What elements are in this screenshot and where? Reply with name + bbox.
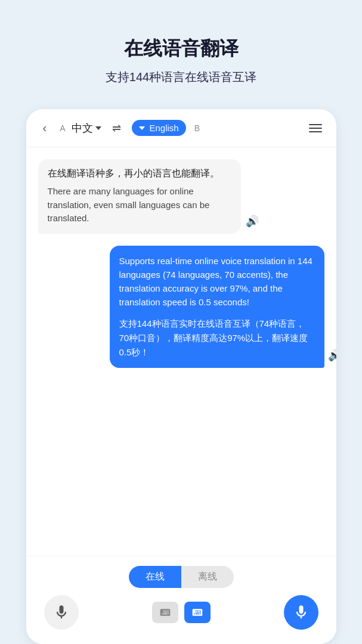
back-button[interactable]: ‹ <box>38 119 52 137</box>
mic-button-left[interactable] <box>44 595 79 630</box>
mic-icon-right <box>293 604 310 621</box>
lang-select-chinese[interactable]: 中文 <box>72 121 101 135</box>
sub-title: 支持144种语言在线语音互译 <box>18 69 344 85</box>
lang-a-label: A <box>60 123 65 133</box>
keyboard-inactive-icon <box>158 606 172 618</box>
speaker-icon-right[interactable]: 🔊 <box>328 349 336 362</box>
bubble-left-chinese: 在线翻译语种多，再小的语言也能翻译。 <box>48 168 231 180</box>
mic-button-right[interactable] <box>284 595 318 630</box>
header-section: 在线语音翻译 支持144种语言在线语音互译 <box>0 0 362 103</box>
chat-area: 在线翻译语种多，再小的语言也能翻译。 There are many langua… <box>26 147 336 556</box>
mic-icon-left <box>53 604 70 621</box>
bottom-bar: 在线 离线 <box>26 556 336 644</box>
swap-button[interactable]: ⇌ <box>107 119 126 137</box>
bubble-right-english: Supports real-time online voice translat… <box>119 254 315 309</box>
main-title: 在线语音翻译 <box>18 36 344 62</box>
mode-offline-button[interactable]: 离线 <box>181 566 234 588</box>
phone-card: ‹ A 中文 ⇌ English B 在线翻译语种多，再小的语言也能翻译。 Th… <box>26 109 336 644</box>
menu-line-2 <box>309 128 322 129</box>
english-dropdown-arrow <box>139 126 145 130</box>
bubble-left: 在线翻译语种多，再小的语言也能翻译。 There are many langua… <box>38 159 241 234</box>
keyboard-inactive-button[interactable] <box>152 602 178 623</box>
keyboard-active-icon <box>190 606 205 618</box>
bubble-right: Supports real-time online voice translat… <box>110 246 324 368</box>
keyboard-active-button[interactable] <box>184 602 211 623</box>
english-lang-text: English <box>150 123 179 133</box>
bubble-left-english: There are many languages for online tran… <box>48 185 231 225</box>
mode-row: 在线 离线 <box>38 566 324 588</box>
chinese-lang-text: 中文 <box>72 121 93 135</box>
lang-select-english[interactable]: English <box>132 120 186 136</box>
lang-b-label: B <box>194 123 200 133</box>
speaker-icon-left[interactable]: 🔊 <box>246 215 259 228</box>
bubble-right-chinese: 支持144种语言实时在线语音互译（74种语言，70种口音），翻译精度高达97%以… <box>119 317 315 360</box>
menu-line-3 <box>309 131 322 132</box>
chinese-dropdown-arrow <box>95 126 101 130</box>
action-row <box>38 595 324 630</box>
menu-button[interactable] <box>307 122 324 135</box>
keyboard-row-top <box>152 602 211 623</box>
menu-line-1 <box>309 124 322 125</box>
mode-online-button[interactable]: 在线 <box>129 566 181 588</box>
keyboard-area <box>152 602 211 623</box>
toolbar: ‹ A 中文 ⇌ English B <box>26 109 336 147</box>
